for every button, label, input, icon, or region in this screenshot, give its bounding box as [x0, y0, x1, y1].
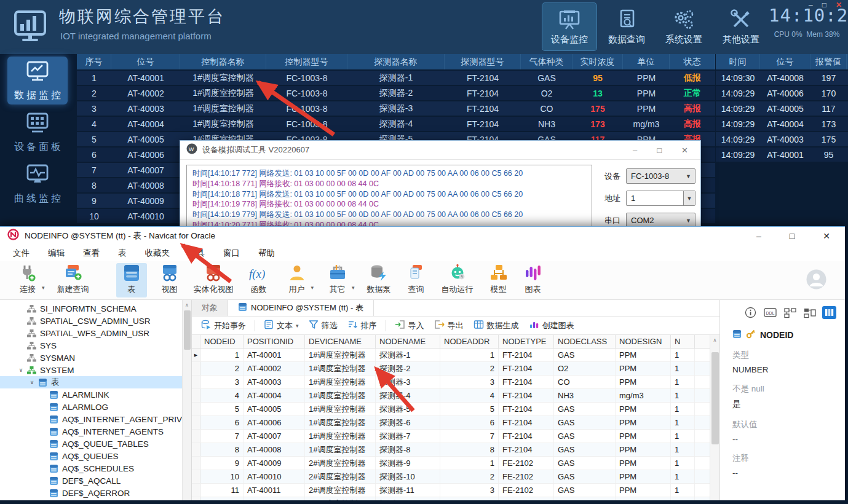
- grid-scrollbar[interactable]: ∧: [710, 335, 719, 504]
- grid-cell[interactable]: 10: [200, 470, 244, 483]
- address-select[interactable]: 1▼: [626, 191, 695, 206]
- tree-item[interactable]: AQ$_INTERNET_AGENT_PRIVS: [0, 413, 191, 425]
- grid-column-header[interactable]: NODENAME: [376, 335, 440, 348]
- table-row[interactable]: 1AT-400011#调度室控制器FC-1003-8探测器-1FT-2104GA…: [77, 71, 715, 86]
- tree-item[interactable]: AQ$_QUEUE_TABLES: [0, 438, 191, 450]
- toolbar-button-new-query[interactable]: 新建查询: [51, 263, 95, 297]
- grid-cell[interactable]: PPM: [616, 457, 671, 470]
- debug-log-area[interactable]: 时间[14:10:17 772] 网络发送: 01 03 10 00 5F 00…: [186, 165, 592, 227]
- grid-cell[interactable]: 1#调度室控制器: [305, 362, 376, 375]
- grid-column-header[interactable]: NODEADDR: [440, 335, 499, 348]
- grid-toolbar-text[interactable]: 文本▾: [260, 318, 303, 333]
- toolbar-button-users[interactable]: 用户: [282, 263, 312, 297]
- toolbar-button-model[interactable]: 模型: [483, 263, 514, 297]
- grid-row[interactable]: 8AT-400081#调度室控制器探测器-88FT-2104GASPPM1: [192, 443, 719, 457]
- grid-cell[interactable]: AT-40003: [244, 376, 305, 388]
- grid-cell[interactable]: 8: [440, 443, 499, 456]
- grid-column-header[interactable]: NODESIGN: [616, 335, 671, 348]
- grid-column-header[interactable]: NODETYPE: [499, 335, 554, 348]
- grid-cell[interactable]: FT-2104: [499, 416, 554, 429]
- grid-cell[interactable]: GAS: [554, 416, 616, 429]
- grid-cell[interactable]: AT-40011: [244, 484, 305, 497]
- toolbar-button-charts[interactable]: 图表: [518, 263, 549, 297]
- menu-tools[interactable]: 工具: [179, 248, 214, 259]
- grid-cell[interactable]: GAS: [554, 457, 616, 470]
- grid-cell[interactable]: 7: [440, 430, 499, 443]
- table-row[interactable]: 3AT-400031#调度室控制器FC-1003-8探测器-3FT-2104CO…: [77, 101, 715, 117]
- tree-item[interactable]: AQ$_QUEUES: [0, 450, 191, 462]
- grid-cell[interactable]: 1: [671, 403, 695, 415]
- grid-cell[interactable]: 1: [671, 416, 695, 429]
- tree-item[interactable]: DEF$_AQERROR: [0, 487, 191, 499]
- grid-cell[interactable]: 11: [200, 484, 244, 497]
- grid-toolbar-data-generation[interactable]: 数据生成: [469, 318, 523, 333]
- grid-cell[interactable]: AT-40002: [244, 362, 305, 375]
- grid-cell[interactable]: PPM: [616, 348, 671, 361]
- grid-cell[interactable]: CO: [554, 376, 616, 388]
- grid-cell[interactable]: 探测器-7: [376, 430, 440, 443]
- grid-cell[interactable]: 1: [671, 484, 695, 497]
- tree-item[interactable]: SYSMAN: [0, 352, 191, 364]
- grid-cell[interactable]: 1#调度室控制器: [305, 403, 376, 415]
- grid-cell[interactable]: 5: [200, 403, 244, 415]
- grid-cell[interactable]: NH3: [554, 389, 616, 402]
- grid-cell[interactable]: 1#调度室控制器: [305, 430, 376, 443]
- minimize-button[interactable]: –: [809, 1, 813, 9]
- grid-cell[interactable]: 1: [671, 389, 695, 402]
- dropdown-button[interactable]: ▼: [683, 191, 695, 205]
- tree-item[interactable]: SI_INFORMTN_SCHEMA: [0, 302, 191, 315]
- grid-toolbar-sort[interactable]: 排序: [343, 318, 381, 333]
- grid-cell[interactable]: 4: [440, 389, 499, 402]
- grid-cell[interactable]: GAS: [554, 470, 616, 483]
- grid-cell[interactable]: AT-40008: [244, 443, 305, 456]
- layout-horizontal-icon[interactable]: [783, 306, 797, 319]
- alarm-row[interactable]: 14:09:29AT-4000195: [716, 148, 848, 163]
- close-button[interactable]: ✕: [836, 1, 842, 9]
- grid-toolbar-import[interactable]: 导入: [390, 318, 429, 333]
- grid-cell[interactable]: PPM: [616, 376, 671, 388]
- menu-help[interactable]: 帮助: [249, 248, 284, 259]
- grid-view-icon[interactable]: [822, 306, 836, 319]
- grid-cell[interactable]: mg/m3: [616, 389, 671, 402]
- grid-cell[interactable]: AT-40005: [244, 403, 305, 415]
- toolbar-button-functions[interactable]: f(x)函数: [242, 263, 275, 297]
- grid-cell[interactable]: 1: [671, 457, 695, 470]
- tree-item[interactable]: SYS: [0, 339, 191, 352]
- tree-item[interactable]: DEF$_AQCALL: [0, 474, 191, 487]
- tree-item[interactable]: SPATIAL_CSW_ADMIN_USR: [0, 315, 191, 327]
- close-button[interactable]: ✕: [681, 146, 688, 155]
- scroll-up-icon[interactable]: ∧: [183, 300, 191, 308]
- grid-cell[interactable]: GAS: [554, 348, 616, 361]
- grid-cell[interactable]: 7: [200, 430, 244, 443]
- grid-cell[interactable]: 1#调度室控制器: [305, 376, 376, 388]
- grid-row[interactable]: 5AT-400051#调度室控制器探测器-55FT-2104GASPPM1: [192, 403, 719, 416]
- tree-scrollbar[interactable]: ∧: [182, 300, 191, 504]
- toolbar-button-query[interactable]: 查询: [401, 263, 432, 297]
- alarm-row[interactable]: 14:09:29AT-40003175: [716, 132, 848, 148]
- grid-cell[interactable]: 2: [440, 470, 499, 483]
- maximize-button[interactable]: □: [790, 231, 795, 241]
- grid-cell[interactable]: 1: [671, 362, 695, 375]
- grid-cell[interactable]: 探测器-4: [376, 389, 440, 402]
- grid-cell[interactable]: 1#调度室控制器: [305, 389, 376, 402]
- grid-cell[interactable]: FT-2104: [499, 389, 554, 402]
- grid-cell[interactable]: 5: [440, 403, 499, 415]
- grid-cell[interactable]: AT-40010: [244, 470, 305, 483]
- grid-row[interactable]: 6AT-400061#调度室控制器探测器-66FT-2104GASPPM1: [192, 416, 719, 430]
- toolbar-button-materialized-views[interactable]: 实体化视图: [188, 263, 240, 297]
- grid-cell[interactable]: 3: [440, 376, 499, 388]
- grid-row[interactable]: 4AT-400041#调度室控制器探测器-44FT-2104NH3mg/m31: [192, 389, 719, 403]
- grid-row[interactable]: 3AT-400031#调度室控制器探测器-33FT-2104COPPM1: [192, 376, 719, 389]
- alarm-row[interactable]: 14:09:29AT-40004173: [716, 117, 848, 132]
- sidebar-item-device-panel[interactable]: 设备面板: [7, 108, 68, 156]
- scroll-up-icon[interactable]: ∧: [710, 335, 719, 343]
- grid-cell[interactable]: FT-2104: [499, 376, 554, 388]
- maximize-button[interactable]: □: [822, 1, 826, 9]
- grid-cell[interactable]: 探测器-2: [376, 362, 440, 375]
- menu-favorites[interactable]: 收藏夹: [136, 248, 180, 259]
- grid-cell[interactable]: GAS: [554, 443, 616, 456]
- grid-cell[interactable]: 1#调度室控制器: [305, 443, 376, 456]
- grid-cell[interactable]: FE-2102: [499, 457, 554, 470]
- grid-row[interactable]: 9AT-400092#调度室控制器探测器-91FE-2102GASPPM1: [192, 457, 719, 470]
- grid-cell[interactable]: 探测器-11: [376, 484, 440, 497]
